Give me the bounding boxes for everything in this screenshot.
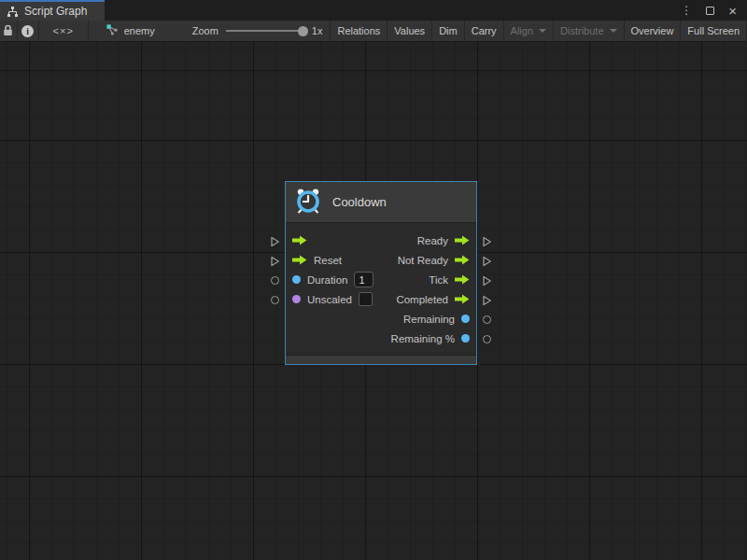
trigger-arrow-icon	[455, 235, 470, 245]
trigger-arrow-icon	[455, 255, 470, 265]
trigger-arrow-icon	[292, 255, 307, 265]
graph-canvas[interactable]: Cooldown ReadyResetNot ReadyDuration1Tic…	[0, 42, 747, 560]
script-graph-icon	[7, 6, 19, 18]
port-label: Remaining %	[391, 333, 455, 344]
graph-node-icon	[106, 23, 119, 38]
lock-icon	[3, 24, 13, 38]
value-port-dot	[461, 334, 470, 343]
toolbar-button-label: Align	[511, 25, 533, 36]
value-connector-icon[interactable]	[481, 310, 492, 329]
value-connector-icon[interactable]	[481, 329, 492, 349]
node-ports: ReadyResetNot ReadyDuration1TickUnscaled…	[286, 223, 476, 355]
toolbar-button-overview[interactable]: Overview	[625, 21, 682, 41]
toolbar-button-label: Values	[394, 25, 425, 36]
alarm-clock-icon	[294, 187, 322, 218]
input-port-port[interactable]	[292, 235, 307, 245]
toolbar-button-dim[interactable]: Dim	[432, 21, 465, 41]
tab-title: Script Graph	[24, 5, 87, 18]
value-port-dot	[461, 315, 470, 323]
toolbar-button-label: Distribute	[560, 25, 603, 36]
toolbar-button-full-screen[interactable]: Full Screen	[681, 21, 747, 41]
toolbar-button-label: Overview	[631, 25, 674, 36]
port-row: Duration1Tick	[286, 270, 476, 289]
output-port-tick[interactable]: Tick	[429, 274, 470, 286]
output-port-remaining[interactable]: Remaining %	[391, 333, 470, 344]
trigger-connector-icon[interactable]	[481, 290, 492, 310]
angle-x-icon: <×>	[53, 25, 74, 36]
node-box[interactable]: Cooldown ReadyResetNot ReadyDuration1Tic…	[285, 181, 477, 365]
maximize-icon[interactable]	[706, 7, 714, 15]
output-port-remaining[interactable]: Remaining	[403, 314, 470, 325]
toolbar-button-relations[interactable]: Relations	[330, 21, 388, 41]
zoom-value: 1x	[312, 25, 323, 36]
output-port-ready[interactable]: Ready	[417, 235, 470, 246]
port-label: Reset	[314, 255, 342, 266]
value-port-dot	[292, 295, 301, 303]
chevron-down-icon	[539, 29, 546, 33]
zoom-slider-handle[interactable]	[298, 26, 308, 36]
toolbar-button-label: Carry	[472, 25, 497, 36]
window-controls: ⋮ ×	[681, 0, 747, 21]
breadcrumb-label: enemy	[124, 25, 155, 36]
toolbar-button-values[interactable]: Values	[388, 21, 432, 41]
output-port-completed[interactable]: Completed	[396, 294, 470, 305]
close-icon[interactable]: ×	[728, 4, 737, 18]
value-connector-icon[interactable]	[269, 290, 280, 310]
node-footer	[286, 355, 476, 364]
value-port-dot	[292, 275, 301, 284]
duration-input[interactable]: 1	[354, 272, 374, 287]
trigger-arrow-icon	[455, 294, 470, 304]
input-connectors	[269, 231, 280, 310]
tab-script-graph[interactable]: Script Graph	[0, 0, 105, 21]
info-icon: i	[21, 25, 34, 37]
info-button[interactable]: i	[18, 21, 39, 41]
output-connectors	[481, 231, 492, 349]
input-port-unscaled[interactable]: Unscaled	[292, 292, 373, 306]
input-port-duration[interactable]: Duration1	[292, 272, 374, 287]
port-label: Completed	[396, 294, 448, 305]
toolbar-button-carry[interactable]: Carry	[465, 21, 504, 41]
port-label: Unscaled	[307, 294, 352, 305]
trigger-connector-icon[interactable]	[481, 251, 492, 271]
port-label: Ready	[417, 235, 448, 246]
zoom-slider[interactable]	[226, 30, 304, 32]
output-port-not-ready[interactable]: Not Ready	[398, 255, 470, 266]
title-bar: Script Graph ⋮ ×	[0, 0, 747, 21]
port-row: ResetNot Ready	[286, 250, 476, 270]
unscaled-checkbox[interactable]	[359, 292, 373, 306]
toolbar-button-align[interactable]: Align	[504, 21, 554, 41]
port-label: Duration	[307, 274, 347, 286]
node-header[interactable]: Cooldown	[286, 182, 476, 223]
port-row: Remaining %	[286, 329, 476, 348]
zoom-control: Zoom 1x	[168, 21, 331, 41]
angle-x-button[interactable]: <×>	[39, 21, 89, 41]
input-port-reset[interactable]: Reset	[292, 255, 342, 266]
toolbar-button-label: Full Screen	[687, 25, 740, 36]
kebab-menu-icon[interactable]: ⋮	[681, 5, 692, 16]
value-connector-icon[interactable]	[269, 271, 280, 290]
toolbar-buttons: RelationsValuesDimCarryAlignDistributeOv…	[330, 21, 747, 41]
port-label: Tick	[429, 274, 448, 286]
trigger-connector-icon[interactable]	[269, 231, 280, 251]
trigger-connector-icon[interactable]	[481, 271, 492, 290]
toolbar-button-label: Relations	[337, 25, 380, 36]
lock-button[interactable]	[0, 21, 18, 41]
port-label: Not Ready	[398, 255, 448, 266]
trigger-arrow-icon	[292, 235, 307, 245]
chevron-down-icon	[610, 29, 617, 33]
cooldown-node[interactable]: Cooldown ReadyResetNot ReadyDuration1Tic…	[285, 181, 477, 365]
zoom-label: Zoom	[192, 25, 218, 36]
node-title: Cooldown	[332, 195, 387, 209]
breadcrumb[interactable]: enemy	[89, 21, 168, 41]
port-row: UnscaledCompleted	[286, 289, 476, 309]
toolbar-button-distribute[interactable]: Distribute	[554, 21, 624, 41]
trigger-connector-icon[interactable]	[481, 231, 492, 251]
port-row: Remaining	[286, 309, 476, 329]
trigger-connector-icon[interactable]	[269, 251, 280, 271]
port-row: Ready	[286, 231, 476, 250]
trigger-arrow-icon	[455, 274, 470, 285]
toolbar-button-label: Dim	[439, 25, 458, 36]
port-label: Remaining	[403, 314, 455, 325]
graph-toolbar: i <×> enemy Zoom 1x RelationsValuesDimCa…	[0, 21, 747, 42]
